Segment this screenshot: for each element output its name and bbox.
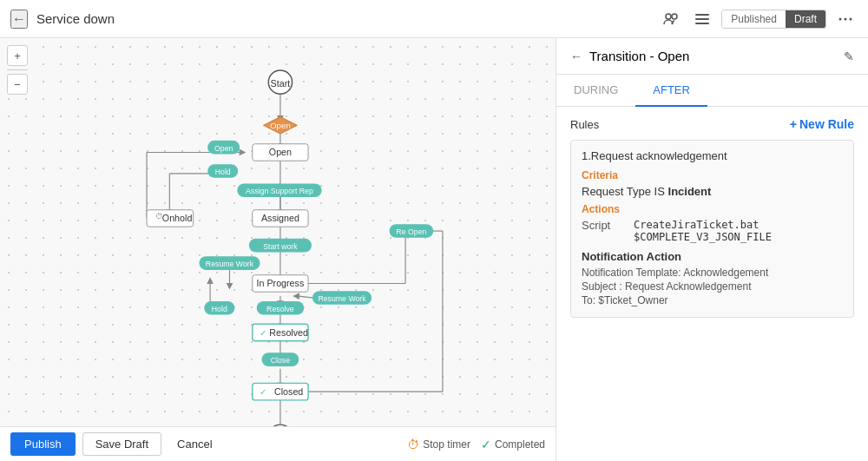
rule-card: 1.Request acknowledgement Criteria Reque…	[570, 140, 854, 318]
svg-text:Re Open: Re Open	[396, 227, 426, 236]
bottom-toolbar: Publish Save Draft Cancel ⏱ Stop timer ✓…	[0, 426, 556, 461]
svg-text:Onhold: Onhold	[162, 213, 193, 223]
svg-text:Resolved: Resolved	[269, 327, 308, 338]
svg-text:Resolve: Resolve	[266, 305, 294, 313]
svg-text:Hold: Hold	[215, 168, 231, 176]
zoom-out-button[interactable]: −	[7, 74, 28, 95]
rules-header: Rules + New Rule	[570, 117, 854, 131]
notif-subject-row: Subject : Request Acknowledgement	[582, 280, 843, 293]
draft-toggle-btn[interactable]: Draft	[786, 10, 825, 28]
publish-button[interactable]: Publish	[10, 432, 76, 456]
actions-section-label: Actions	[582, 203, 843, 215]
criteria-value: Incident	[668, 185, 712, 198]
right-panel: ← Transition - Open ✎ DURING AFTER Rules…	[556, 38, 868, 461]
notif-template-key: Notification Template:	[582, 267, 681, 279]
svg-text:Hold: Hold	[212, 305, 227, 313]
svg-text:Start: Start	[271, 78, 291, 89]
notif-subject-key: Subject :	[582, 280, 622, 293]
notif-to-val: $Ticket_Owner	[598, 294, 667, 306]
svg-point-0	[666, 14, 671, 19]
svg-marker-24	[227, 283, 233, 288]
script-value: CreateJiraTicket.bat $COMPLETE_V3_JSON_F…	[634, 219, 843, 243]
notification-label: Notification Action	[582, 250, 843, 263]
notif-subject-val: Request Acknowledgement	[625, 280, 751, 293]
script-row: Script CreateJiraTicket.bat $COMPLETE_V3…	[582, 219, 843, 243]
svg-point-6	[845, 17, 847, 20]
notif-to-row: To: $Ticket_Owner	[582, 294, 843, 306]
svg-text:Closed: Closed	[274, 386, 303, 397]
svg-marker-19	[240, 150, 245, 155]
save-draft-button[interactable]: Save Draft	[82, 432, 161, 456]
svg-text:✓: ✓	[260, 387, 266, 397]
plus-icon: +	[790, 117, 797, 131]
panel-back-button[interactable]: ←	[570, 49, 582, 63]
svg-point-5	[839, 17, 842, 20]
notif-template-row: Notification Template: Acknowledgement	[582, 267, 843, 279]
completed-icon: ✓	[481, 438, 491, 451]
svg-marker-40	[207, 279, 213, 284]
panel-body: Rules + New Rule 1.Request acknowledgeme…	[556, 107, 868, 461]
svg-text:Start work: Start work	[263, 242, 298, 251]
app-header: ← Service down Published Draft	[0, 0, 868, 38]
svg-text:Assign Support Rep: Assign Support Rep	[246, 187, 313, 195]
panel-title: Transition - Open	[589, 49, 844, 63]
stop-timer-label: Stop timer	[423, 438, 470, 451]
svg-point-1	[672, 14, 677, 19]
new-rule-button[interactable]: + New Rule	[790, 117, 854, 131]
notif-to-key: To:	[582, 294, 595, 306]
notif-template-val: Acknowledgement	[683, 267, 768, 279]
svg-rect-3	[695, 18, 709, 20]
svg-text:Open: Open	[269, 147, 292, 157]
page-title: Service down	[36, 11, 650, 26]
published-toggle-btn[interactable]: Published	[722, 10, 786, 28]
list-icon-button[interactable]	[690, 7, 714, 31]
criteria-row: Request Type IS Incident	[582, 185, 843, 198]
criteria-text: Request Type	[582, 185, 651, 198]
svg-rect-4	[695, 23, 709, 24]
header-icons: Published Draft	[659, 7, 858, 31]
svg-rect-2	[695, 14, 709, 16]
left-toolbar: + −	[7, 45, 28, 95]
svg-text:In Progress: In Progress	[257, 278, 305, 288]
stop-icon: ⏱	[407, 438, 419, 451]
svg-marker-42	[294, 293, 299, 299]
back-button[interactable]: ←	[10, 10, 28, 29]
svg-text:Resume Work: Resume Work	[206, 260, 254, 268]
svg-text:Close: Close	[271, 356, 291, 365]
svg-text:✓: ✓	[260, 328, 266, 338]
rules-label: Rules	[570, 118, 790, 131]
svg-text:Open: Open	[270, 121, 291, 130]
svg-text:Open: Open	[214, 144, 233, 153]
completed-label: Completed	[495, 438, 545, 451]
people-icon-button[interactable]	[659, 7, 683, 31]
canvas-area[interactable]: + −	[0, 38, 556, 461]
panel-edit-button[interactable]: ✎	[844, 49, 854, 63]
script-key-label: Script	[582, 219, 634, 243]
cancel-button[interactable]: Cancel	[168, 433, 220, 455]
stop-timer-status: ⏱ Stop timer	[407, 438, 470, 451]
rule-title: 1.Request acknowledgement	[582, 149, 843, 162]
svg-text:Assigned: Assigned	[261, 213, 299, 223]
menu-icon-button[interactable]	[833, 7, 858, 31]
tab-after[interactable]: AFTER	[635, 75, 707, 107]
completed-status: ✓ Completed	[481, 438, 545, 451]
tab-during[interactable]: DURING	[556, 75, 635, 107]
main-layout: + −	[0, 38, 868, 461]
panel-tabs: DURING AFTER	[556, 75, 868, 107]
criteria-op: IS	[654, 185, 668, 198]
panel-header: ← Transition - Open ✎	[556, 38, 868, 75]
new-rule-label: New Rule	[799, 117, 854, 131]
publish-toggle: Published Draft	[721, 10, 826, 29]
flowchart-svg: Start Open Open Open Hold ⏱ Onhold Assig…	[0, 38, 556, 461]
zoom-in-button[interactable]: +	[7, 45, 28, 66]
criteria-section-label: Criteria	[582, 169, 843, 181]
svg-point-7	[850, 17, 852, 20]
bottom-right-status: ⏱ Stop timer ✓ Completed	[407, 438, 545, 451]
svg-text:Resume Work: Resume Work	[318, 294, 366, 303]
